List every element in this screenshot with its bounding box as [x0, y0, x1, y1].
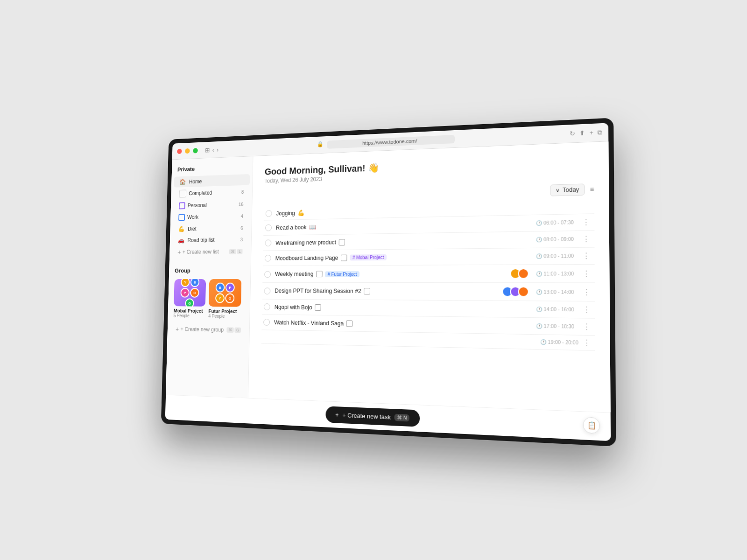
type-icon-8: [346, 320, 353, 327]
task-name-8: Watch Netflix - Vinland Saga: [274, 319, 533, 329]
close-button[interactable]: [177, 148, 182, 154]
clock-icon: 🕐: [536, 271, 542, 277]
sidebar-work-label: Work: [187, 213, 241, 221]
avatar: Y: [215, 293, 225, 303]
task-meta-5: 🕐 11:00 - 13:00 ⋮: [510, 268, 592, 279]
sidebar-item-road-trip[interactable]: 🚗 Road trip list 3: [172, 234, 249, 246]
avatar: O: [225, 294, 234, 303]
futur-card-image: B P Y O: [209, 279, 242, 307]
note-button[interactable]: 📋: [583, 417, 600, 434]
futur-avatar-cluster: B P Y O: [209, 280, 241, 306]
time-label-4: 09:00 - 11:00: [543, 253, 574, 259]
menu-icon[interactable]: ≡: [590, 185, 594, 193]
task-checkbox-4[interactable]: [265, 255, 271, 262]
task-more-6[interactable]: ⋮: [580, 287, 593, 296]
type-icon-3: [339, 239, 345, 245]
futur-project-tag: # Futur Project: [325, 271, 359, 277]
forward-icon[interactable]: ›: [217, 146, 218, 153]
share-icon[interactable]: ⬆: [579, 129, 585, 137]
sidebar-diet-count: 6: [240, 225, 243, 230]
task-checkbox-5[interactable]: [264, 271, 271, 277]
time-label-7: 14:00 - 16:00: [544, 307, 574, 312]
read-book-emoji: 📖: [309, 224, 316, 231]
type-icon-6: [364, 288, 371, 294]
sidebar-item-work[interactable]: Work 4: [173, 210, 249, 223]
task-checkbox-8[interactable]: [263, 319, 270, 326]
refresh-icon[interactable]: ↻: [570, 130, 575, 138]
task-more-3[interactable]: ⋮: [580, 234, 592, 244]
empty-row-more[interactable]: ⋮: [580, 338, 593, 348]
task-name-5: Weekly meeting # Futur Project: [275, 270, 510, 277]
task-more-2[interactable]: ⋮: [580, 217, 592, 227]
sidebar-item-diet[interactable]: 💪 Diet 6: [172, 222, 249, 234]
create-group-shortcut: ⌘ G: [226, 327, 241, 333]
group-card-mobal[interactable]: Y B P O G Mobal Project 5 People: [174, 279, 206, 318]
task-meta-4: 🕐 09:00 - 11:00 ⋮: [533, 251, 592, 261]
task-avatars-5: [510, 268, 529, 279]
task-checkbox-6[interactable]: [264, 287, 270, 294]
sidebar-home-label: Home: [189, 177, 244, 185]
task-more-4[interactable]: ⋮: [580, 251, 592, 260]
maximize-button[interactable]: [193, 148, 198, 154]
create-group-icon: +: [176, 326, 179, 333]
create-task-button[interactable]: + + Create new task ⌘ N: [325, 406, 420, 427]
main-content: Good Morning, Sullivan! 👋 Today, Wed 26 …: [248, 141, 611, 412]
task-time-7: 🕐 14:00 - 16:00: [533, 307, 574, 312]
create-group-button[interactable]: + + Create new group ⌘ G: [170, 323, 247, 336]
group-card-futur[interactable]: B P Y O Futur Project 4 People: [208, 279, 241, 319]
sidebar-item-completed[interactable]: Completed 8: [173, 186, 250, 200]
create-list-button[interactable]: + + Create new list ⌘ L: [172, 245, 248, 258]
title-bar-icons: ⊞ ‹ ›: [205, 146, 218, 154]
clock-icon: 🕐: [536, 323, 542, 329]
mobal-project-people: 5 People: [174, 313, 205, 318]
task-checkbox-2[interactable]: [265, 224, 272, 231]
task-name-3: Wireframing new product: [275, 236, 533, 246]
sidebar-item-personal[interactable]: Personal 16: [173, 198, 250, 211]
task-more-7[interactable]: ⋮: [580, 305, 593, 315]
time-label-6: 13:00 - 14:00: [544, 289, 574, 295]
task-checkbox-7[interactable]: [264, 303, 270, 310]
url-input[interactable]: [327, 134, 455, 148]
sidebar-toggle-icon[interactable]: ⊞: [205, 147, 210, 154]
create-list-shortcut: ⌘ L: [229, 249, 243, 254]
add-tab-icon[interactable]: +: [589, 129, 593, 137]
avatar: [518, 287, 529, 297]
task-name-2: Read a book 📖: [276, 219, 533, 231]
futur-project-name: Futur Project: [208, 308, 241, 314]
clock-icon: 🕐: [536, 220, 542, 226]
task-more-8[interactable]: ⋮: [580, 322, 593, 332]
task-name-4: Moodboard Landing Page # Mobal Project: [275, 253, 533, 261]
note-icon: 📋: [587, 421, 596, 429]
ngopi-label: Ngopi with Bojo: [275, 304, 312, 310]
filter-label: Today: [563, 186, 579, 194]
copy-icon[interactable]: ⧉: [598, 128, 602, 136]
time-label-8: 17:00 - 18:30: [544, 323, 574, 329]
clock-icon: 🕐: [540, 339, 546, 345]
jogging-emoji: 💪: [297, 210, 304, 217]
task-avatars-6: [502, 287, 529, 297]
shield-icon: 🔒: [317, 140, 324, 149]
clock-icon: 🕐: [536, 237, 542, 243]
minimize-button[interactable]: [185, 148, 190, 153]
time-label-5: 11:00 - 13:00: [543, 271, 574, 276]
chevron-down-icon: ∨: [556, 187, 560, 194]
table-row: Design PPT for Sharing Session #2: [262, 283, 595, 301]
empty-time-label: 🕐 19:00 - 20:00: [537, 339, 578, 345]
mobal-avatar-cluster: Y B P O G: [174, 279, 206, 307]
road-trip-icon: 🚗: [178, 237, 185, 244]
empty-time-value: 19:00 - 20:00: [548, 339, 578, 345]
time-label-2: 06:00 - 07:30: [543, 220, 574, 226]
completed-icon: [179, 189, 186, 197]
task-checkbox-3[interactable]: [265, 239, 271, 246]
avatar: P: [180, 288, 190, 298]
back-icon[interactable]: ‹: [212, 146, 214, 153]
task-name-6: Design PPT for Sharing Session #2: [275, 287, 502, 295]
plus-icon: +: [335, 411, 339, 418]
avatar: B: [216, 283, 225, 293]
sidebar-completed-label: Completed: [189, 189, 241, 196]
today-filter-button[interactable]: ∨ Today: [550, 183, 585, 196]
task-name-7: Ngopi with Bojo: [275, 304, 533, 313]
task-checkbox-1[interactable]: [266, 210, 272, 217]
task-time-2: 🕐 06:00 - 07:30: [533, 220, 573, 226]
task-more-5[interactable]: ⋮: [580, 269, 592, 278]
